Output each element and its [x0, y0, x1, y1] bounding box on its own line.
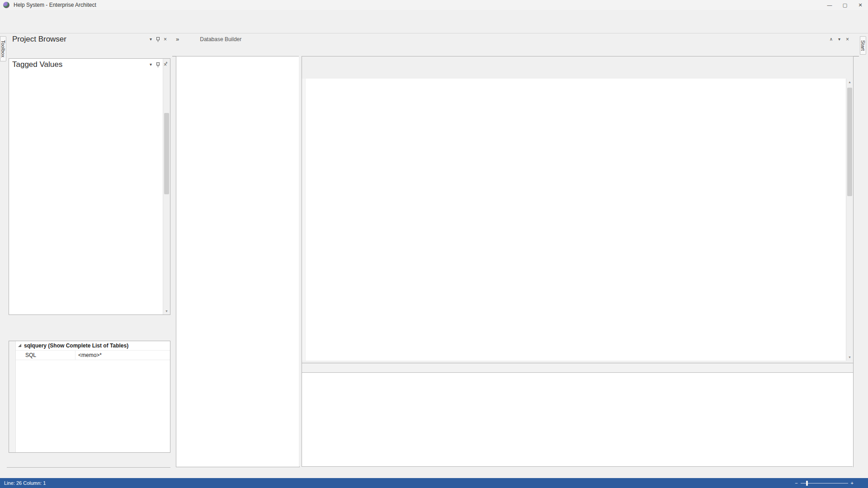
close-button[interactable]: ✕ [853, 0, 868, 10]
app-logo-icon [3, 2, 9, 8]
maximize-button[interactable]: ▢ [837, 0, 853, 10]
left-dock: Project Browser ▾ × ▲ ▼ Tagged Values ▾ … [7, 33, 170, 478]
tagged-values-title: Tagged Values [12, 60, 62, 69]
sql-pad-tabs [302, 56, 853, 67]
toolbox-tab[interactable]: Toolbox [0, 36, 6, 61]
title-bar: Help System - Enterprise Architect — ▢ ✕ [0, 0, 868, 10]
toolbox-strip: Toolbox [0, 33, 7, 478]
caption-title: Database Builder [200, 36, 241, 42]
tagged-values-pin-icon[interactable] [156, 62, 160, 67]
project-tree-scrollbar[interactable]: ▲ ▼ [163, 59, 170, 314]
scroll-thumb[interactable] [164, 113, 169, 194]
database-builder-caption: » Database Builder ∧ ▾ × [172, 33, 863, 45]
status-bar: Line: 26 Column: 1 − + [0, 478, 868, 488]
minimize-button[interactable]: — [822, 0, 837, 10]
tag-group-label: sqlquery (Show Complete List of Tables) [24, 343, 128, 349]
pane-menu-icon[interactable]: ▾ [838, 37, 840, 42]
zoom-in-icon[interactable]: + [851, 480, 854, 486]
pane-close-icon[interactable]: × [846, 37, 849, 42]
zoom-slider[interactable] [801, 483, 848, 483]
project-browser-toolbar [7, 45, 170, 57]
project-browser-header: Project Browser ▾ × [7, 33, 170, 45]
project-browser-tree: ▲ ▼ [9, 58, 170, 315]
collapse-triangle-icon[interactable] [18, 344, 21, 347]
sql-pad-toolbar [302, 67, 853, 79]
tagged-values-menu-icon[interactable]: ▾ [150, 62, 152, 67]
sql-editor[interactable]: ▲ ▼ [302, 79, 853, 361]
cursor-position: Line: 26 Column: 1 [0, 480, 46, 486]
tagged-values-grid: sqlquery (Show Complete List of Tables) … [9, 341, 170, 453]
window-title: Help System - Enterprise Architect [14, 2, 96, 8]
caption-chevrons-icon[interactable]: » [176, 36, 179, 42]
project-browser-pin-icon[interactable] [156, 37, 160, 42]
project-browser-close-icon[interactable]: × [164, 37, 167, 42]
scroll-down-icon[interactable]: ▼ [846, 354, 853, 361]
project-browser-title: Project Browser [12, 35, 66, 44]
sql-workspace: ▲ ▼ [302, 56, 854, 467]
tagged-values-gutter [9, 341, 16, 452]
main-toolbar [0, 20, 868, 33]
tagged-values-close-icon[interactable]: × [164, 62, 167, 67]
editor-gutter [302, 79, 306, 361]
zoom-out-icon[interactable]: − [795, 480, 797, 486]
results-grid [302, 363, 853, 467]
database-builder-tree [176, 56, 300, 467]
document-tabs [172, 45, 859, 56]
project-browser-menu-icon[interactable]: ▾ [150, 37, 152, 42]
scroll-thumb[interactable] [847, 88, 852, 196]
tag-value[interactable]: <memo>* [75, 351, 170, 360]
scroll-up-icon[interactable]: ▲ [846, 79, 853, 85]
scroll-down-icon[interactable]: ▼ [163, 308, 170, 314]
results-tabs [302, 466, 853, 478]
zoom-slider-thumb[interactable] [806, 481, 808, 486]
collapse-pane-icon[interactable]: ∧ [830, 37, 833, 42]
tagged-values-header: Tagged Values ▾ × [7, 59, 170, 70]
tag-name: SQL [9, 352, 75, 358]
tag-row[interactable]: SQL <memo>* [9, 351, 170, 360]
editor-scrollbar[interactable]: ▲ ▼ [846, 79, 853, 361]
left-dock-tabs [7, 467, 170, 479]
document-area: » Database Builder ∧ ▾ × ▲ ▼ [172, 33, 863, 478]
zoom-control: − + [795, 480, 854, 486]
tag-group-row[interactable]: sqlquery (Show Complete List of Tables) [9, 341, 170, 351]
menu-bar [0, 10, 868, 20]
